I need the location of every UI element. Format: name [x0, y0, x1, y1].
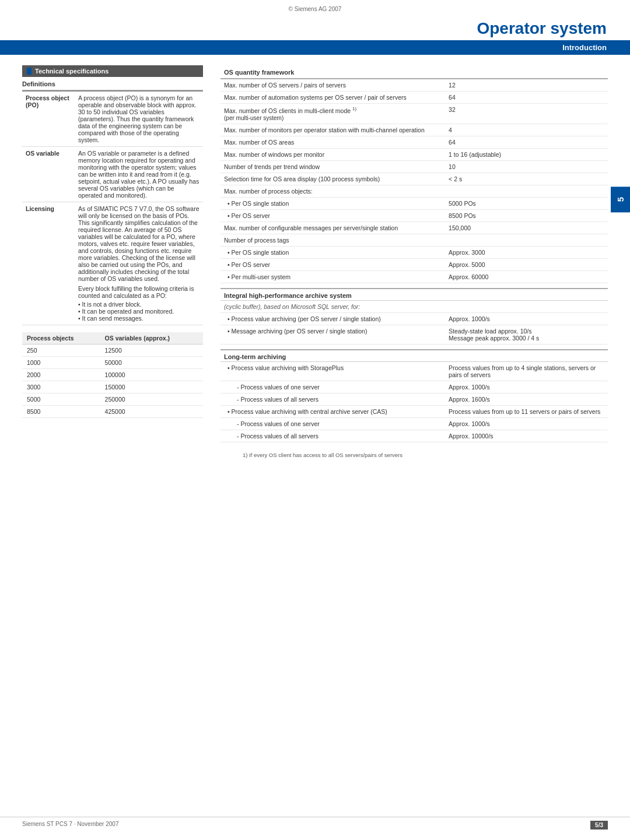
- os-var-6: 425000: [100, 406, 203, 418]
- row-storageplus-one-server: - Process values of one server Approx. 1…: [220, 381, 608, 393]
- process-row-1: 250 12500: [22, 345, 203, 357]
- value-windows: 1 to 16 (adjustable): [445, 148, 608, 160]
- po-count-2: 1000: [22, 357, 100, 369]
- row-tags-station: • Per OS single station Approx. 3000: [220, 246, 608, 258]
- chapter-tab: 5: [611, 187, 630, 212]
- value-selection: < 2 s: [445, 173, 608, 185]
- po-count-6: 8500: [22, 406, 100, 418]
- label-servers: Max. number of OS servers / pairs of ser…: [220, 79, 445, 92]
- value-cas-all: Approx. 10000/s: [445, 430, 608, 442]
- definition-row-os-var: OS variable An OS variable or parameter …: [22, 147, 203, 202]
- value-storageplus: Process values from up to 4 single stati…: [445, 362, 608, 381]
- value-cas-one: Approx. 1000/s: [445, 417, 608, 430]
- section-title: Technical specifications: [35, 68, 108, 75]
- archive-subtitle-row: (cyclic buffer), based on Microsoft SQL …: [220, 301, 608, 313]
- row-cas-all-servers: - Process values of all servers Approx. …: [220, 430, 608, 442]
- archive-table: (cyclic buffer), based on Microsoft SQL …: [220, 301, 608, 345]
- value-tags-server: Approx. 5000: [445, 258, 608, 270]
- label-message-archiving: • Message archiving (per OS server / sin…: [220, 325, 445, 344]
- label-tags-station: • Per OS single station: [220, 246, 445, 258]
- definitions-header: Definitions: [22, 80, 55, 87]
- label-monitors: Max. number of monitors per operator sta…: [220, 124, 445, 136]
- value-servers: 12: [445, 79, 608, 92]
- process-row-6: 8500 425000: [22, 406, 203, 418]
- col-os-variables: OS variables (approx.): [100, 332, 203, 345]
- value-os-areas: 64: [445, 136, 608, 148]
- intro-bar: Introduction: [0, 40, 630, 55]
- label-cas-all: - Process values of all servers: [220, 430, 445, 442]
- intro-label: Introduction: [562, 43, 607, 52]
- row-os-areas: Max. number of OS areas 64: [220, 136, 608, 148]
- definitions-table: Process object (PO) A process object (PO…: [22, 92, 203, 325]
- value-per-os-server: 8500 POs: [445, 209, 608, 222]
- process-row-2: 1000 50000: [22, 357, 203, 369]
- os-var-4: 150000: [100, 381, 203, 393]
- label-process-tags-header: Number of process tags: [220, 234, 445, 246]
- label-storageplus-one: - Process values of one server: [220, 381, 445, 393]
- label-trends: Number of trends per trend window: [220, 160, 445, 173]
- col-process-objects: Process objects: [22, 332, 100, 345]
- footnote: 1) If every OS client has access to all …: [220, 446, 608, 464]
- def-os-var: An OS variable or parameter is a defined…: [75, 147, 203, 202]
- archive-title: Integral high-performance archive system: [220, 288, 608, 301]
- row-cas-header: • Process value archiving with central a…: [220, 405, 608, 417]
- row-storageplus-header: • Process value archiving with StoragePl…: [220, 362, 608, 381]
- process-row-5: 5000 250000: [22, 393, 203, 406]
- row-per-os-station: • Per OS single station 5000 POs: [220, 197, 608, 209]
- label-per-os-server: • Per OS server: [220, 209, 445, 222]
- label-tags-server: • Per OS server: [220, 258, 445, 270]
- row-per-os-server: • Per OS server 8500 POs: [220, 209, 608, 222]
- def-licensing: As of SIMATIC PCS 7 V7.0, the OS softwar…: [75, 202, 203, 325]
- process-row-4: 3000 150000: [22, 381, 203, 393]
- page-title: Operator system: [477, 19, 607, 37]
- label-os-areas: Max. number of OS areas: [220, 136, 445, 148]
- label-max-po: Max. number of process objects:: [220, 185, 445, 197]
- value-automation: 64: [445, 92, 608, 104]
- term-licensing: Licensing: [22, 202, 75, 325]
- section-header: Technical specifications: [22, 65, 203, 77]
- row-message-archiving: • Message archiving (per OS server / sin…: [220, 325, 608, 344]
- value-cas: Process values from up to 11 servers or …: [445, 405, 608, 417]
- left-column: Technical specifications Definitions Pro…: [22, 65, 203, 464]
- archive-section: Integral high-performance archive system…: [220, 288, 608, 345]
- os-var-1: 12500: [100, 345, 203, 357]
- archive-subtitle: (cyclic buffer), based on Microsoft SQL …: [220, 301, 445, 313]
- value-storageplus-all: Approx. 1600/s: [445, 393, 608, 405]
- po-count-5: 5000: [22, 393, 100, 406]
- longterm-title: Long-term archiving: [220, 349, 608, 362]
- value-trends: 10: [445, 160, 608, 173]
- row-windows: Max. number of windows per monitor 1 to …: [220, 148, 608, 160]
- row-selection: Selection time for OS area display (100 …: [220, 173, 608, 185]
- term-po: Process object (PO): [22, 92, 75, 147]
- value-max-po: [445, 185, 608, 197]
- longterm-section: Long-term archiving • Process value arch…: [220, 349, 608, 442]
- os-qty-title: OS quantity framework: [220, 65, 608, 79]
- definition-row-po: Process object (PO) A process object (PO…: [22, 92, 203, 147]
- value-monitors: 4: [445, 124, 608, 136]
- label-cas-one: - Process values of one server: [220, 417, 445, 430]
- value-storageplus-one: Approx. 1000/s: [445, 381, 608, 393]
- def-po: A process object (PO) is a synonym for a…: [75, 92, 203, 147]
- label-cas: • Process value archiving with central a…: [220, 405, 445, 417]
- page-header: © Siemens AG 2007: [0, 0, 630, 15]
- row-servers: Max. number of OS servers / pairs of ser…: [220, 79, 608, 92]
- label-automation: Max. number of automation systems per OS…: [220, 92, 445, 104]
- row-storageplus-all-servers: - Process values of all servers Approx. …: [220, 393, 608, 405]
- value-message-archiving: Steady-state load approx. 10/s Message p…: [445, 325, 608, 344]
- value-configurable-messages: 150,000: [445, 222, 608, 234]
- row-process-value-archive: • Process value archiving (per OS server…: [220, 312, 608, 325]
- row-automation: Max. number of automation systems per OS…: [220, 92, 608, 104]
- title-area: Operator system: [0, 15, 630, 40]
- page-footer: Siemens ST PCS 7 · November 2007 5/3: [0, 817, 630, 830]
- po-count-4: 3000: [22, 381, 100, 393]
- page-number: 5/3: [590, 821, 608, 830]
- label-process-value-archive: • Process value archiving (per OS server…: [220, 312, 445, 325]
- value-process-value-archive: Approx. 1000/s: [445, 312, 608, 325]
- publisher: Siemens ST PCS 7 · November 2007: [22, 821, 118, 830]
- definition-row-licensing: Licensing As of SIMATIC PCS 7 V7.0, the …: [22, 202, 203, 325]
- right-column: OS quantity framework Max. number of OS …: [220, 65, 608, 464]
- value-tags-station: Approx. 3000: [445, 246, 608, 258]
- os-qty-table: Max. number of OS servers / pairs of ser…: [220, 79, 608, 283]
- process-table-header: Process objects OS variables (approx.): [22, 332, 203, 345]
- row-monitors: Max. number of monitors per operator sta…: [220, 124, 608, 136]
